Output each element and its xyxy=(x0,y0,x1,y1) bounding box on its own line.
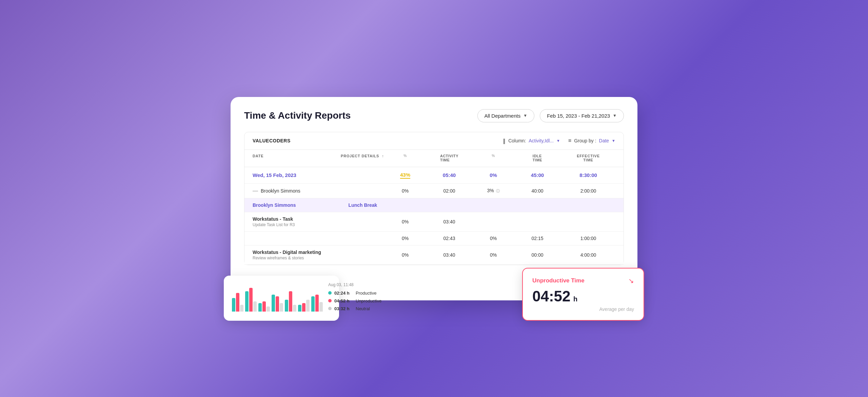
bar-group xyxy=(311,295,323,312)
col-activity-pct-header: % xyxy=(385,154,426,163)
productive-dot xyxy=(328,291,332,295)
date-idle-pct: 0% xyxy=(473,172,514,178)
bar-unproductive xyxy=(302,303,305,312)
unproductive-card: Unproductive Time ↘ 04:52 h Average per … xyxy=(522,268,644,321)
bar-group xyxy=(298,300,310,312)
header-controls: All Departments ▼ Feb 15, 2023 - Feb 21,… xyxy=(477,109,624,122)
bar-group xyxy=(258,301,270,312)
proj2-idle-pct: 0% xyxy=(473,236,514,241)
groupby-label: Group by : xyxy=(574,138,596,143)
bar-unproductive xyxy=(236,293,239,312)
sort-icon[interactable]: ↑ xyxy=(382,154,384,158)
bar-productive xyxy=(258,303,262,312)
unproductive-title: Unproductive Time xyxy=(532,277,585,284)
col-idle-time-header: IDLETIME xyxy=(514,154,561,163)
groupby-chevron-icon[interactable]: ▼ xyxy=(612,139,615,143)
bar-neutral xyxy=(306,300,310,312)
proj2-activity-time: 02:43 xyxy=(426,236,473,241)
person-eff-time: 2:00:00 xyxy=(561,188,615,194)
column-control: ‖ Column: Activity,Idl... ▼ xyxy=(503,138,560,144)
activity-pct-label: % xyxy=(403,154,407,158)
report-section: VALUECODERS ‖ Column: Activity,Idl... ▼ … xyxy=(244,132,624,265)
highlight-task: Lunch Break xyxy=(341,202,385,208)
col-activity-time-header: ACTIVITYTIME xyxy=(426,154,473,163)
page-title: Time & Activity Reports xyxy=(244,110,351,121)
unproductive-avg: Average per day xyxy=(532,306,634,312)
chart-legend: Aug 03, 11:48 02:24 h Productive 04:52 h… xyxy=(328,282,382,314)
column-value-dropdown[interactable]: Activity,Idl... xyxy=(529,138,554,143)
date-range-label: Feb 15, 2023 - Feb 21,2023 xyxy=(547,113,610,119)
chevron-down-icon: ▼ xyxy=(613,113,617,118)
departments-dropdown[interactable]: All Departments ▼ xyxy=(477,109,535,122)
info-icon: ⓘ xyxy=(496,189,500,193)
neutral-value: 03:32 h xyxy=(334,306,353,311)
column-chevron-icon[interactable]: ▼ xyxy=(556,139,560,143)
idle-time-label: IDLETIME xyxy=(533,154,542,162)
table-row-project-3: Workstatus - Digital marketing Review wi… xyxy=(244,245,624,265)
main-card: Time & Activity Reports All Departments … xyxy=(231,97,637,300)
proj3-idle-pct: 0% xyxy=(473,252,514,258)
person-activity-pct: 0% xyxy=(385,188,426,194)
chart-card: Aug 03, 11:48 02:24 h Productive 04:52 h… xyxy=(224,276,339,321)
unproductive-value: 04:52 xyxy=(532,288,571,304)
proj3-activity-time: 03:40 xyxy=(426,252,473,258)
proj1-activity-pct: 0% xyxy=(385,219,426,224)
bar-productive xyxy=(232,298,235,312)
bar-neutral xyxy=(280,303,283,312)
date-range-dropdown[interactable]: Feb 15, 2023 - Feb 21,2023 ▼ xyxy=(540,109,624,122)
bar-neutral xyxy=(293,305,296,312)
bar-group xyxy=(272,295,283,312)
bar-productive xyxy=(245,291,249,312)
chevron-down-icon: ▼ xyxy=(523,113,527,118)
chart-bars xyxy=(232,282,323,313)
productive-value: 02:24 h xyxy=(334,291,353,296)
activity-time-label: ACTIVITYTIME xyxy=(440,154,458,162)
bar-neutral xyxy=(253,301,257,312)
bar-unproductive xyxy=(315,295,319,312)
person-activity-time: 02:00 xyxy=(426,188,473,194)
date-activity-pct: 43% xyxy=(385,172,426,179)
person-idle-pct: 3% ⓘ xyxy=(473,188,514,194)
proj3-eff-time: 4:00:00 xyxy=(561,252,615,258)
groupby-value-dropdown[interactable]: Date xyxy=(599,138,609,143)
unproductive-label: Unproductive xyxy=(356,298,382,303)
table-row-project-highlight: Brooklyn Simmons Lunch Break xyxy=(244,198,624,212)
header-row: Time & Activity Reports All Departments … xyxy=(244,109,624,122)
neutral-dot xyxy=(328,307,332,310)
bar-neutral xyxy=(240,305,243,312)
unproductive-value: 04:52 h xyxy=(334,298,353,303)
trend-down-icon: ↘ xyxy=(628,277,634,285)
person-idle-time: 40:00 xyxy=(514,188,561,194)
neutral-label: Neutral xyxy=(356,306,370,311)
report-toolbar: VALUECODERS ‖ Column: Activity,Idl... ▼ … xyxy=(244,132,624,150)
idle-pct-label: % xyxy=(492,154,495,158)
bar-neutral xyxy=(319,302,323,312)
bar-unproductive xyxy=(249,288,253,312)
col-date-header: DATE xyxy=(253,154,341,163)
col-project-header: PROJECT DETAILS ↑ xyxy=(341,154,385,163)
table-row-project-1: Workstatus - Task Update Task List for R… xyxy=(244,212,624,232)
effective-time-label: EFFECTIVETIME xyxy=(577,154,600,162)
groupby-icon: ≡ xyxy=(568,138,571,144)
activity-pct-value: 43% xyxy=(400,172,410,179)
bar-group xyxy=(232,293,243,312)
person-name: — Brooklyn Simmons xyxy=(253,188,341,194)
proj2-idle-time: 02:15 xyxy=(514,236,561,241)
productive-label: Productive xyxy=(356,291,376,296)
col-idle-pct-header: % xyxy=(473,154,514,163)
date-activity-time: 05:40 xyxy=(426,172,473,178)
bar-neutral xyxy=(267,306,270,312)
legend-item-neutral: 03:32 h Neutral xyxy=(328,306,382,311)
company-name: VALUECODERS xyxy=(253,138,291,143)
chart-timestamp: Aug 03, 11:48 xyxy=(328,282,382,287)
unproductive-unit: h xyxy=(573,295,577,303)
proj2-activity-pct: 0% xyxy=(385,236,426,241)
legend-item-productive: 02:24 h Productive xyxy=(328,291,382,296)
proj3-activity-pct: 0% xyxy=(385,252,426,258)
bar-productive xyxy=(285,300,288,312)
bar-unproductive xyxy=(276,296,279,312)
departments-label: All Departments xyxy=(485,113,521,119)
unproductive-dot xyxy=(328,299,332,302)
col-effective-header: EFFECTIVETIME xyxy=(561,154,615,163)
date-idle-time: 45:00 xyxy=(514,172,561,178)
